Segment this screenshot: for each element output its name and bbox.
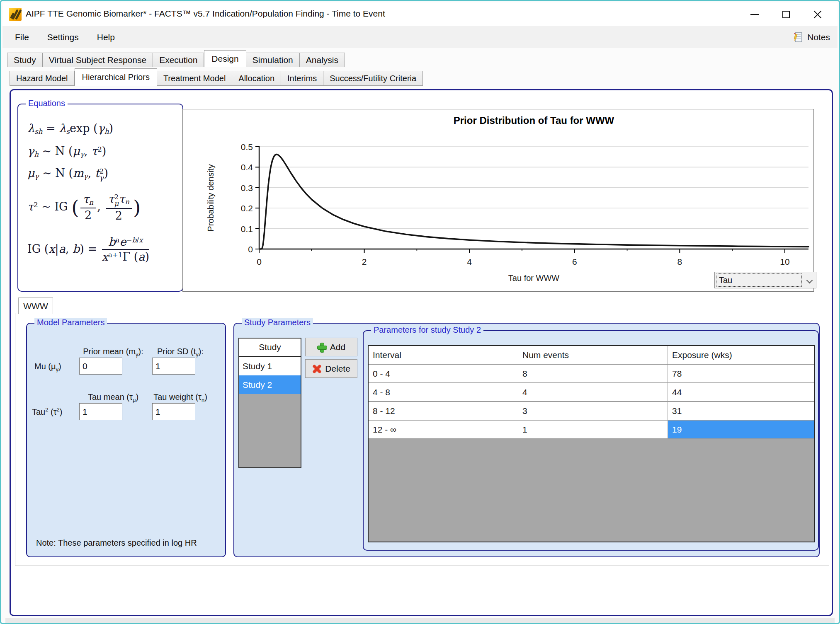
tau-weight-field[interactable] xyxy=(152,403,195,420)
table-cell[interactable]: 4 - 8 xyxy=(369,383,518,401)
column-header-num-events[interactable]: Num events xyxy=(518,346,668,364)
notes-button[interactable]: Notes xyxy=(792,26,830,48)
equations-group: Equations λsh = λsexp (γh)γh ∼ N (μγ, τ2… xyxy=(17,104,183,292)
table-cell[interactable]: 31 xyxy=(668,402,814,420)
tab-execution[interactable]: Execution xyxy=(153,53,204,67)
prior-distribution-plot: 00.10.20.30.40.50246810Probability densi… xyxy=(183,109,813,291)
table-cell[interactable]: 78 xyxy=(668,365,814,382)
model-parameters-group: Model Parameters Prior mean (mγ): Prior … xyxy=(26,323,226,557)
chevron-down-icon xyxy=(806,277,813,284)
svg-text:0.1: 0.1 xyxy=(241,224,253,234)
maximize-icon xyxy=(782,11,790,18)
main-tab-strip: StudyVirtual Subject ResponseExecutionDe… xyxy=(7,50,345,67)
svg-text:0: 0 xyxy=(257,257,262,266)
equation-line-1: λsh = λsexp (γh) xyxy=(27,122,113,135)
tab-study[interactable]: Study xyxy=(7,53,43,67)
svg-text:0.5: 0.5 xyxy=(241,142,253,152)
menu-bar: FileSettingsHelp Notes xyxy=(2,26,838,48)
study-list-item-study-2[interactable]: Study 2 xyxy=(239,375,301,394)
table-cell[interactable]: 12 - ∞ xyxy=(369,421,518,438)
subtab-hazard-model[interactable]: Hazard Model xyxy=(10,71,75,86)
svg-text:0: 0 xyxy=(248,244,253,254)
table-cell[interactable]: 8 xyxy=(518,365,668,382)
mu-prior-sd-field[interactable] xyxy=(152,358,195,375)
tau2-row-label: Tau2 (τ2) xyxy=(32,406,63,417)
add-button-label: Add xyxy=(330,342,345,352)
study-list-header: Study xyxy=(239,339,301,357)
study2-intervals-table[interactable]: IntervalNum eventsExposure (wks)0 - 4878… xyxy=(368,345,815,542)
subtab-allocation[interactable]: Allocation xyxy=(232,71,281,86)
table-cell[interactable]: 4 xyxy=(518,383,668,401)
table-cell[interactable]: 0 - 4 xyxy=(369,365,518,382)
menu-help[interactable]: Help xyxy=(88,26,124,48)
subtab-treatment-model[interactable]: Treatment Model xyxy=(157,71,232,86)
tau-parameter-dropdown[interactable]: Tau xyxy=(714,272,816,288)
equation-line-2: γh ∼ N (μγ, τ2) xyxy=(27,145,106,158)
svg-text:2: 2 xyxy=(362,257,367,266)
www-tab-label: WWW xyxy=(23,301,48,311)
subtab-hierarchical-priors[interactable]: Hierarchical Priors xyxy=(75,68,157,86)
subtab-success-futility-criteria[interactable]: Success/Futility Criteria xyxy=(323,71,423,86)
tab-virtual-subject-response[interactable]: Virtual Subject Response xyxy=(43,53,153,67)
table-row: 8 - 12331 xyxy=(369,402,814,421)
facts-app-icon xyxy=(9,8,22,21)
table-cell[interactable]: 3 xyxy=(518,402,668,420)
equation-line-5: IG (x|a, b) = bae−b/xxa+1Γ (a) xyxy=(27,236,151,263)
svg-text:0.2: 0.2 xyxy=(241,203,253,213)
delete-study-button[interactable]: Delete xyxy=(305,359,357,378)
log-hr-note: Note: These parameters specified in log … xyxy=(36,538,197,548)
tab-simulation[interactable]: Simulation xyxy=(246,53,300,67)
minimize-icon xyxy=(750,14,759,15)
tau-mean-header: Tau mean (τμ) xyxy=(79,392,147,403)
column-header-exposure-wks[interactable]: Exposure (wks) xyxy=(668,346,814,364)
app-window: AIPF TTE Genomic Biomarker* - FACTS™ v5.… xyxy=(0,0,840,624)
table-cell[interactable]: 19 xyxy=(668,421,814,438)
subtab-interims[interactable]: Interims xyxy=(281,71,323,86)
table-cell[interactable]: 8 - 12 xyxy=(369,402,518,420)
add-plus-icon xyxy=(317,343,326,352)
minimize-button[interactable] xyxy=(739,2,770,26)
tab-www[interactable]: WWW xyxy=(18,297,53,314)
prior-density-curve xyxy=(261,155,808,249)
tau-mean-field[interactable] xyxy=(79,403,122,420)
maximize-button[interactable] xyxy=(770,2,802,26)
menu-file[interactable]: File xyxy=(2,26,38,48)
svg-text:8: 8 xyxy=(677,257,682,266)
prior-mean-header: Prior mean (mγ): xyxy=(79,347,147,358)
window-title: AIPF TTE Genomic Biomarker* - FACTS™ v5.… xyxy=(26,9,385,19)
tab-design[interactable]: Design xyxy=(204,50,246,67)
table-cell[interactable]: 1 xyxy=(518,421,668,438)
svg-text:6: 6 xyxy=(572,257,577,266)
column-header-interval[interactable]: Interval xyxy=(369,346,518,364)
study-list-item-study-1[interactable]: Study 1 xyxy=(239,357,301,375)
notes-icon xyxy=(792,31,804,43)
study2-group-label: Parameters for study Study 2 xyxy=(371,325,483,335)
study-list[interactable]: StudyStudy 1Study 2 xyxy=(238,338,301,468)
design-tab-strip: Hazard ModelHierarchical PriorsTreatment… xyxy=(10,68,423,86)
tau-dropdown-value: Tau xyxy=(716,273,802,287)
menu-settings[interactable]: Settings xyxy=(38,26,88,48)
study-parameters-group: Study Parameters StudyStudy 1Study 2 Add… xyxy=(233,323,820,557)
www-tab-panel: Model Parameters Prior mean (mγ): Prior … xyxy=(15,313,829,566)
svg-text:0.3: 0.3 xyxy=(241,183,253,193)
tau-weight-header: Tau weight (τn) xyxy=(146,392,214,403)
tab-analysis[interactable]: Analysis xyxy=(300,53,345,67)
equations-group-label: Equations xyxy=(26,99,68,108)
design-content-box: Equations λsh = λsexp (γh)γh ∼ N (μγ, τ2… xyxy=(10,89,833,616)
mu-prior-mean-field[interactable] xyxy=(79,358,122,375)
prior-sd-header: Prior SD (tγ): xyxy=(146,347,214,358)
table-row: 4 - 8444 xyxy=(369,383,814,402)
svg-text:4: 4 xyxy=(467,257,472,266)
prior-distribution-chart-panel: Prior Distribution of Tau for WWW 00.10.… xyxy=(182,109,814,292)
study-parameters-group-label: Study Parameters xyxy=(242,318,313,327)
study2-parameters-group: Parameters for study Study 2 IntervalNum… xyxy=(363,330,819,551)
equation-line-4: τ2 ∼ IG (τn2, τ2μτn2) xyxy=(27,193,141,222)
svg-text:10: 10 xyxy=(780,257,789,266)
add-study-button[interactable]: Add xyxy=(305,338,357,356)
close-icon xyxy=(813,10,822,19)
table-cell[interactable]: 44 xyxy=(668,383,814,401)
delete-x-icon xyxy=(312,364,321,373)
close-button[interactable] xyxy=(802,2,833,26)
table-row: 0 - 4878 xyxy=(369,365,814,383)
model-parameters-group-label: Model Parameters xyxy=(34,318,107,327)
